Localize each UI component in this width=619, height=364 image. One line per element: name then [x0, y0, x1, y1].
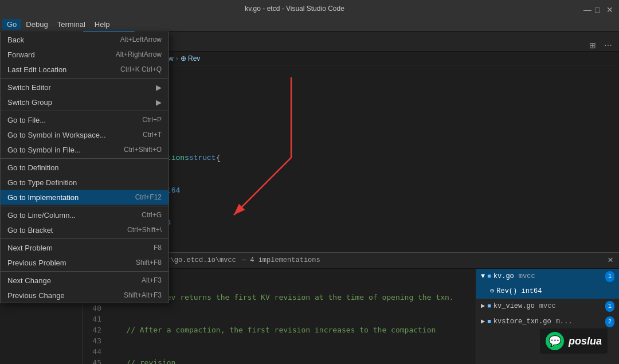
impl-count: — 4 implementations	[242, 255, 320, 266]
go-menu-back[interactable]: Back Alt+LeftArrow	[1, 32, 169, 47]
impl-code-line: // revision.	[108, 357, 476, 364]
menu-terminal[interactable]: Terminal	[53, 19, 90, 30]
breadcrumb-rev[interactable]: ⊕ Rev	[181, 54, 201, 62]
wechat-text: poslua	[569, 335, 602, 347]
wechat-watermark: 💬 poslua	[540, 328, 608, 354]
title-bar: kv.go - etcd - Visual Studio Code — □ ✕	[0, 0, 619, 17]
menu-bar: Go Debug Terminal Help	[0, 17, 619, 32]
impl-close-button[interactable]: ✕	[608, 255, 613, 266]
impl-group-count: 2	[605, 316, 614, 327]
tab-actions: ⊞ ⋯	[587, 40, 619, 51]
go-menu-switch-group[interactable]: Switch Group ▶	[1, 95, 169, 109]
impl-group-kvviewgo[interactable]: ▶ ■ kv_view.go mvcc 1	[476, 299, 619, 314]
go-menu-goto-file[interactable]: Go to File... Ctrl+P	[1, 112, 169, 127]
impl-group-expand-icon: ▶	[481, 316, 485, 327]
go-menu-implementation[interactable]: Go to Implementation Ctrl+F12	[1, 190, 169, 205]
wechat-icon: 💬	[549, 335, 561, 347]
go-menu-dropdown: Back Alt+LeftArrow Forward Alt+RightArro…	[0, 32, 169, 303]
menu-debug[interactable]: Debug	[21, 19, 52, 30]
impl-group-label: kvstore_txn.go	[493, 316, 551, 327]
file-icon: ■	[487, 271, 491, 282]
impl-group-pkg: m...	[556, 316, 573, 327]
go-menu-symbol-file[interactable]: Go to Symbol in File... Ctrl+Shift+O	[1, 142, 169, 157]
go-menu-line-column[interactable]: Go to Line/Column... Ctrl+G	[1, 208, 169, 222]
go-menu-bracket[interactable]: Go to Bracket Ctrl+Shift+\	[1, 222, 169, 237]
impl-group-expand-icon: ▼	[481, 271, 485, 282]
menu-go[interactable]: Go	[2, 19, 21, 30]
impl-group-kvstoretxngo[interactable]: ▶ ■ kvstore_txn.go m... 2	[476, 314, 619, 330]
go-menu-prev-problem[interactable]: Previous Problem Shift+F8	[1, 255, 169, 270]
impl-sub-rev[interactable]: ⊕ Rev() int64	[476, 284, 619, 299]
go-menu-next-problem[interactable]: Next Problem F8	[1, 240, 169, 255]
code-line: Limit int64	[117, 185, 619, 196]
more-actions-button[interactable]: ⋯	[602, 40, 614, 51]
impl-group-count: 1	[605, 301, 614, 312]
code-line: type RangeOptions struct {	[117, 152, 619, 163]
separator-5	[1, 238, 169, 239]
minimize-button[interactable]: —	[583, 5, 590, 12]
code-line: Rev int64	[117, 218, 619, 229]
split-editor-button[interactable]: ⊞	[587, 40, 598, 51]
code-line	[117, 120, 619, 131]
go-menu-next-change[interactable]: Next Change Alt+F3	[1, 273, 169, 288]
go-menu-forward[interactable]: Forward Alt+RightArrow	[1, 47, 169, 62]
wechat-logo: 💬	[546, 332, 564, 350]
code-content: ) type RangeOptions struct { Limit int64…	[112, 65, 619, 252]
separator-3	[1, 158, 169, 159]
impl-group-count: 1	[605, 271, 614, 282]
go-menu-switch-editor[interactable]: Switch Editor ▶	[1, 80, 169, 95]
impl-code-line: // After a compaction, the first revisio…	[108, 324, 476, 335]
impl-group-label: kv.go	[493, 271, 514, 282]
impl-group-label: kv_view.go	[493, 301, 535, 312]
go-menu-type-definition[interactable]: Go to Type Definition	[1, 175, 169, 190]
maximize-button[interactable]: □	[595, 5, 602, 12]
separator-6	[1, 271, 169, 272]
separator-1	[1, 78, 169, 79]
window-controls: — □ ✕	[583, 5, 613, 12]
impl-group-pkg: mvcc	[539, 301, 556, 312]
code-line: )	[117, 87, 619, 98]
impl-sub-label: Rev() int64	[496, 286, 542, 297]
impl-sub-icon: ⊕	[490, 286, 494, 297]
menu-help[interactable]: Help	[90, 19, 115, 30]
impl-group-pkg: mvcc	[519, 271, 535, 282]
go-menu-definition[interactable]: Go to Definition	[1, 160, 169, 175]
go-menu-last-edit[interactable]: Last Edit Location Ctrl+K Ctrl+Q	[1, 62, 169, 77]
separator-2	[1, 111, 169, 111]
impl-group-expand-icon: ▶	[481, 301, 485, 312]
close-button[interactable]: ✕	[606, 5, 613, 12]
impl-group-kvgo[interactable]: ▼ ■ kv.go mvcc 1	[476, 269, 619, 284]
separator-4	[1, 206, 169, 206]
file-icon: ■	[487, 316, 491, 327]
go-menu-prev-change[interactable]: Previous Change Shift+Alt+F3	[1, 288, 169, 303]
title-text: kv.go - etcd - Visual Studio Code	[6, 5, 583, 13]
go-menu-symbol-workspace[interactable]: Go to Symbol in Workspace... Ctrl+T	[1, 127, 169, 142]
file-icon: ■	[487, 301, 491, 312]
